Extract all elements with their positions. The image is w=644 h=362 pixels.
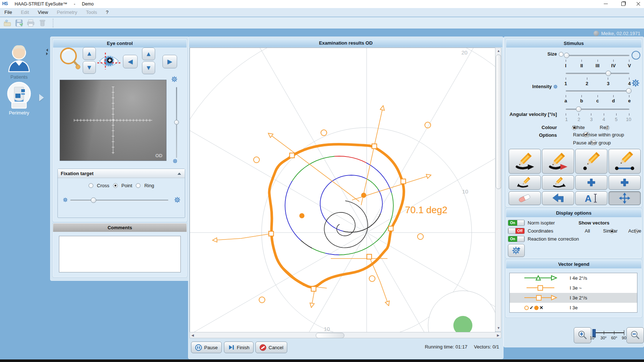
add-vector-button[interactable] — [575, 175, 607, 190]
collapse-chevron-icon[interactable] — [177, 173, 181, 175]
exam-plot[interactable]: 20101070.1 deg2 — [190, 48, 495, 332]
eye-up-button[interactable]: ▲ — [83, 47, 96, 60]
zoom-out-icon — [630, 330, 641, 341]
edit-vector-button[interactable] — [509, 175, 541, 190]
menu-view[interactable]: View — [38, 10, 48, 15]
fixation-point-radio[interactable] — [113, 183, 118, 188]
fixation-cross-label: Cross — [97, 183, 109, 188]
coordinates-toggle[interactable]: Off — [508, 228, 525, 234]
window-title-brand: HAAG-STREIT EyeSuite™ — [15, 1, 67, 7]
stimulus-header: Stimulus — [506, 39, 641, 48]
camera-settings-gear-icon[interactable] — [171, 76, 177, 82]
menu-file[interactable]: File — [4, 10, 12, 15]
intensity-letter-slider-thumb[interactable] — [626, 88, 632, 94]
intensity-number-slider[interactable] — [566, 73, 629, 74]
angular-velocity-slider-thumb[interactable] — [576, 106, 581, 112]
eye-tracking-icon[interactable] — [97, 50, 121, 72]
finish-button[interactable]: Finish — [224, 342, 254, 353]
exam-hscrollbar-thumb[interactable] — [316, 333, 344, 338]
fixation-bright-icon[interactable] — [174, 197, 180, 203]
legend-row-3[interactable]: I 3e 2°/s — [510, 293, 637, 303]
show-vectors-all-label: All — [585, 228, 590, 234]
fixation-size-slider[interactable] — [70, 200, 168, 201]
intensity-letter-ticks — [566, 95, 629, 97]
fixation-ring-radio[interactable] — [136, 183, 141, 188]
intensity-gear-icon[interactable] — [632, 79, 640, 87]
add-isopter-button[interactable] — [609, 175, 641, 190]
cancel-button[interactable]: Cancel — [255, 342, 287, 353]
zoom-range-slider[interactable] — [594, 332, 624, 333]
sidebar-item-perimetry[interactable]: Perimetry — [0, 110, 38, 116]
legend-row-2[interactable]: I 3e ~ — [510, 283, 637, 293]
fixation-ring-label: Ring — [144, 183, 154, 188]
sidebar-item-patients[interactable]: Patients — [0, 74, 38, 80]
norm-isopter-toggle-state: On — [508, 220, 517, 226]
exam-title: Examination results OD — [319, 40, 373, 46]
zoom-in-button[interactable] — [574, 327, 591, 343]
size-radio[interactable] — [559, 52, 564, 57]
stimulus-preview-icon[interactable] — [632, 51, 640, 60]
scroll-up-icon[interactable]: ▲ — [497, 49, 500, 53]
save-icon[interactable] — [15, 19, 23, 27]
comments-textarea[interactable] — [59, 236, 181, 272]
scroll-down-icon[interactable]: ▼ — [497, 327, 500, 330]
pause-button[interactable]: Pause — [191, 342, 222, 353]
intensity-letter-slider[interactable] — [566, 90, 629, 92]
panel-collapse-handle[interactable] — [46, 49, 48, 55]
undo-button[interactable] — [542, 191, 574, 205]
eye-down2-button[interactable]: ▼ — [142, 61, 155, 74]
norm-isopter-toggle[interactable]: On — [508, 220, 525, 226]
intensity-number-slider-thumb[interactable] — [606, 71, 611, 76]
finish-label: Finish — [237, 345, 250, 350]
intensity-gear-small-icon[interactable] — [553, 84, 558, 89]
close-button[interactable] — [633, 0, 644, 8]
exam-vscrollbar[interactable]: ▲ ▼ — [495, 48, 501, 332]
size-slider-thumb[interactable] — [564, 53, 569, 58]
legend-row-4[interactable]: ✓✕ I 3e — [510, 303, 637, 313]
size-ticks — [566, 60, 629, 62]
reaction-time-toggle[interactable]: On — [508, 236, 525, 242]
camera-gear-small-icon[interactable] — [173, 159, 177, 163]
eye-up2-button[interactable]: ▲ — [142, 48, 155, 60]
minimize-button[interactable] — [600, 0, 611, 8]
move-tool-button[interactable] — [609, 191, 641, 205]
fixation-target-header[interactable]: Fixation target — [58, 169, 185, 178]
print-icon[interactable] — [26, 19, 35, 27]
fixation-dim-icon[interactable] — [63, 197, 68, 202]
exam-vscrollbar-thumb[interactable] — [496, 54, 501, 189]
comments-header: Comments — [53, 223, 187, 232]
draw-vector-button[interactable] — [509, 149, 541, 174]
active-module-arrow-icon — [39, 94, 44, 101]
draw-vector-red-button[interactable] — [542, 149, 574, 174]
draw-line-button[interactable] — [609, 149, 641, 174]
open-icon[interactable] — [3, 19, 12, 27]
legend-symbol-seen-missed-icon: ✓✕ — [524, 305, 557, 311]
eye-right-button[interactable]: ▶ — [162, 55, 177, 68]
eye-down-button[interactable]: ▼ — [83, 61, 96, 74]
perimetry-icon[interactable] — [7, 81, 31, 110]
fixation-cross-radio[interactable] — [89, 183, 93, 188]
draw-point-button[interactable] — [575, 149, 607, 174]
eraser-button[interactable] — [509, 191, 541, 205]
magnifier-icon[interactable] — [59, 46, 81, 73]
restore-button[interactable] — [618, 0, 629, 8]
delete-icon[interactable] — [38, 19, 47, 27]
eye-left-button[interactable]: ◀ — [123, 55, 138, 68]
vector-legend-header: Vector legend — [506, 260, 641, 268]
vectors-count-label: Vectors: 0/1 — [474, 344, 499, 350]
size-slider[interactable] — [566, 55, 629, 56]
text-tool-button[interactable]: A — [575, 191, 607, 205]
fixation-size-slider-thumb[interactable] — [91, 197, 96, 203]
options-label: Options — [529, 132, 557, 138]
edit-vector2-button[interactable] — [542, 175, 574, 190]
menu-help[interactable]: ? — [106, 10, 108, 15]
angular-velocity-slider[interactable] — [566, 109, 629, 110]
scroll-left-icon[interactable]: ◀ — [191, 334, 194, 337]
camera-zoom-slider-thumb[interactable] — [174, 120, 179, 125]
vector-settings-button[interactable] — [508, 244, 525, 257]
zoom-out-button[interactable] — [626, 327, 644, 343]
patients-icon[interactable] — [6, 42, 32, 73]
legend-row-1[interactable]: I 4e 2°/s — [510, 273, 637, 283]
exam-hscrollbar[interactable]: ◀ ▶ — [190, 332, 501, 338]
scroll-right-icon[interactable]: ▶ — [497, 334, 499, 337]
